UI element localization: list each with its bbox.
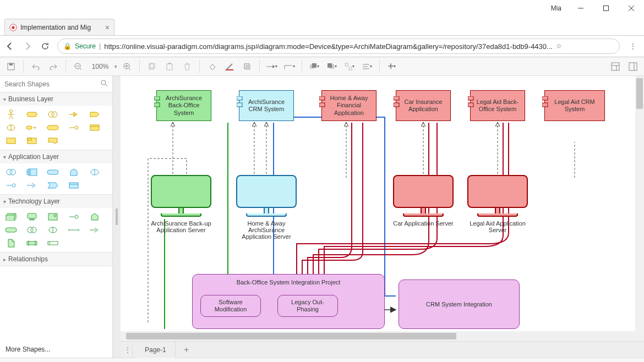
svg-rect-94 <box>468 96 473 100</box>
outline-panel-button[interactable] <box>625 59 641 74</box>
format-panel-button[interactable] <box>608 59 623 74</box>
zoom-in-button[interactable] <box>119 59 135 74</box>
to-back-button[interactable]: ▾ <box>324 59 340 74</box>
device-backup-server[interactable] <box>151 175 211 219</box>
device-home-away-server[interactable] <box>236 175 297 219</box>
stencil-artifact-icon[interactable] <box>4 239 18 248</box>
connector-end-button[interactable]: ▾ <box>264 59 280 74</box>
stencil-tech-collab-icon[interactable] <box>25 226 39 234</box>
stencil-actor-icon[interactable] <box>4 110 18 119</box>
add-button[interactable]: +▾ <box>384 59 400 74</box>
stencil-tech-interaction-icon[interactable] <box>46 226 59 234</box>
component-car-insurance[interactable]: Car Insurance Application <box>396 90 451 121</box>
stencil-collab-icon[interactable] <box>46 110 59 119</box>
group-button[interactable]: ▾ <box>342 59 357 74</box>
fill-button[interactable] <box>204 59 220 74</box>
stroke-button[interactable] <box>222 59 237 74</box>
stencil-app-interaction-icon[interactable] <box>88 168 101 177</box>
component-home-away-financial[interactable]: Home & Away Financial Application <box>321 90 376 121</box>
browser-tab[interactable]: Implementation and Mig × <box>4 19 114 35</box>
workpkg-software-modification[interactable]: Software Modification <box>200 295 261 317</box>
redo-button[interactable] <box>46 59 61 74</box>
nav-reload-button[interactable] <box>40 41 51 52</box>
stencil-interface-arrow-icon[interactable] <box>67 110 80 119</box>
browser-menu-button[interactable]: ⋮ <box>626 42 640 50</box>
stencil-app-function-icon[interactable] <box>67 168 80 177</box>
to-front-button[interactable]: ▾ <box>307 59 322 74</box>
stencil-app-collab-icon[interactable] <box>4 168 18 177</box>
palette-relationships-header[interactable]: ▸Relationships <box>0 253 112 266</box>
stencil-app-service-icon[interactable] <box>46 168 59 177</box>
palette-technology-body <box>0 208 112 252</box>
stencil-app-data-icon[interactable] <box>67 181 80 190</box>
stencil-role-icon[interactable] <box>25 110 39 119</box>
window-minimize-button[interactable] <box>568 0 593 17</box>
zoom-out-button[interactable] <box>70 59 86 74</box>
bookmark-star-icon[interactable]: ☆ <box>556 42 562 50</box>
component-archisurance-crm[interactable]: ArchiSurance CRM System <box>239 90 294 121</box>
workpkg-legacy-out-phasing[interactable]: Legacy Out-Phasing <box>277 295 338 317</box>
stencil-process-icon[interactable] <box>88 110 101 119</box>
plateau-crm-integration[interactable]: CRM System Integration <box>399 279 520 329</box>
more-shapes-button[interactable]: More Shapes... <box>0 341 112 358</box>
stencil-event-icon[interactable] <box>67 123 80 132</box>
save-button[interactable] <box>3 59 19 74</box>
shadow-button[interactable] <box>239 59 255 74</box>
search-shapes-box[interactable] <box>0 76 112 92</box>
window-maximize-button[interactable] <box>593 0 619 17</box>
stencil-interaction-icon[interactable] <box>25 123 39 132</box>
tab-close-icon[interactable]: × <box>105 23 110 32</box>
palette-business-header[interactable]: ▾Business Layer <box>0 92 112 106</box>
align-button[interactable]: ▾ <box>359 59 375 74</box>
stencil-network-icon[interactable] <box>25 239 39 248</box>
svg-rect-50 <box>47 125 58 130</box>
stencil-app-event-icon[interactable] <box>46 181 59 190</box>
stencil-tech-service-icon[interactable] <box>4 226 18 234</box>
search-shapes-input[interactable] <box>4 80 100 88</box>
sidebar-splitter[interactable] <box>113 76 121 358</box>
nav-back-button[interactable] <box>4 41 15 52</box>
palette-technology-header[interactable]: ▾Technology Layer <box>0 195 112 208</box>
delete-button[interactable] <box>179 59 195 74</box>
stencil-service-icon[interactable] <box>46 123 59 132</box>
stencil-node-icon[interactable] <box>4 212 18 221</box>
canvas-horizontal-scrollbar[interactable] <box>121 331 644 341</box>
component-legal-aid-backoffice[interactable]: Legal Aid Back-Office System <box>470 90 525 121</box>
palette-application-header[interactable]: ▾Application Layer <box>0 150 112 163</box>
svg-rect-19 <box>226 69 233 70</box>
page-tab[interactable]: Page-1 <box>136 342 176 358</box>
window-close-button[interactable] <box>619 0 644 17</box>
page-add-button[interactable]: + <box>179 345 194 355</box>
svg-rect-91 <box>319 103 325 107</box>
stencil-syssw-icon[interactable] <box>46 212 59 221</box>
stencil-commpath-icon[interactable] <box>46 239 59 248</box>
component-legal-aid-crm[interactable]: Legal Aid CRM System <box>544 90 605 121</box>
diagram-canvas[interactable]: ArchiSurance Back-Office System ArchiSur… <box>121 76 644 331</box>
stencil-device-icon[interactable] <box>25 212 39 221</box>
stencil-tech-interface-icon[interactable] <box>67 212 80 221</box>
device-legal-aid-server[interactable] <box>467 175 528 219</box>
component-archisurance-backoffice[interactable]: ArchiSurance Back-Office System <box>156 90 211 121</box>
stencil-tech-function-icon[interactable] <box>88 212 101 221</box>
search-icon[interactable] <box>100 79 108 89</box>
stencil-object-icon[interactable] <box>88 123 101 132</box>
svg-point-46 <box>52 112 57 117</box>
stencil-tech-process-icon[interactable] <box>88 226 101 234</box>
stencil-app-process-icon[interactable] <box>25 181 39 190</box>
copy-button[interactable] <box>144 59 160 74</box>
stencil-app-component-icon[interactable] <box>25 168 39 177</box>
connector-style-button[interactable]: ▾ <box>282 59 297 74</box>
url-box[interactable]: 🔒 Secure | https://online.visual-paradig… <box>57 39 620 54</box>
stencil-app-interface-icon[interactable] <box>4 181 18 190</box>
stencil-product-icon[interactable] <box>25 136 39 145</box>
device-car-server[interactable] <box>393 175 454 219</box>
stencil-representation-icon[interactable] <box>46 136 59 145</box>
page-menu-button[interactable]: ⋮ <box>123 344 133 356</box>
zoom-level[interactable]: 100% <box>88 63 112 70</box>
stencil-function-icon[interactable] <box>4 123 18 132</box>
undo-button[interactable] <box>28 59 43 74</box>
stencil-path-icon[interactable] <box>67 226 80 234</box>
paste-button[interactable] <box>162 59 177 74</box>
canvas-vertical-scrollbar[interactable] <box>635 76 644 331</box>
stencil-contract-icon[interactable] <box>4 136 18 145</box>
